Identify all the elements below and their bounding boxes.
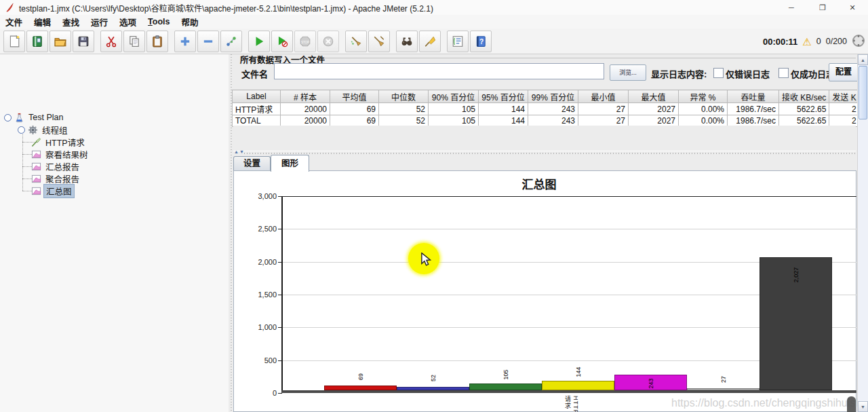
table-row[interactable]: HTTP请求2000069521051442432720270.00%1986.… <box>233 103 860 115</box>
column-header-吞吐量[interactable]: 吞吐量 <box>728 90 779 103</box>
summary-table-grid: Label# 样本平均值中位数90% 百分位95% 百分位99% 百分位最小值最… <box>232 90 860 127</box>
tree-expand-handle[interactable] <box>4 114 12 121</box>
start-no-timers-button[interactable] <box>271 31 293 52</box>
tree-item-聚合报告[interactable]: 聚合报告 <box>31 172 81 185</box>
column-header-发送 K[interactable]: 发送 K <box>829 90 859 103</box>
success-only-checkbox[interactable] <box>778 68 789 78</box>
watermark-logo <box>847 396 856 412</box>
tree-item-线程组[interactable]: 线程组 <box>18 124 70 136</box>
new-file-icon <box>8 35 20 48</box>
y-tick-label: 1,500 <box>244 291 277 299</box>
cut-button[interactable] <box>100 31 122 52</box>
vertical-scrollbar[interactable]: ▲ ▼ <box>857 54 868 412</box>
shutdown-button[interactable] <box>317 31 339 52</box>
column-header-平均值[interactable]: 平均值 <box>330 90 379 103</box>
menu-item-编辑[interactable]: 编辑 <box>34 16 51 29</box>
scrollbar-down-icon[interactable]: ▼ <box>858 401 868 412</box>
tree-item-label: 汇总图 <box>43 184 75 198</box>
close-icon[interactable]: ✕ <box>842 0 863 15</box>
menu-item-运行[interactable]: 运行 <box>91 16 108 29</box>
tree-item-HTTP请求[interactable]: HTTP请求 <box>31 136 87 148</box>
templates-button[interactable] <box>26 31 48 52</box>
minimize-icon[interactable]: ─ <box>781 0 802 15</box>
table-cell: 69 <box>330 103 379 115</box>
shutdown-icon <box>322 35 334 48</box>
stop-button[interactable]: STOP <box>294 31 316 52</box>
menu-item-Tools[interactable]: Tools <box>148 17 170 26</box>
toggle-icon <box>225 35 237 48</box>
tree-item-察看结果树[interactable]: 察看结果树 <box>31 148 90 160</box>
filename-input[interactable] <box>274 63 604 79</box>
table-cell: 27 <box>578 103 629 115</box>
menu-item-文件[interactable]: 文件 <box>5 16 22 29</box>
svg-text:?: ? <box>479 37 484 45</box>
search-button[interactable] <box>396 31 418 52</box>
table-cell: 52 <box>379 115 429 127</box>
open-file-button[interactable] <box>50 31 71 52</box>
column-header-最小值[interactable]: 最小值 <box>578 90 629 103</box>
horizontal-splitter[interactable]: ▲▼ <box>233 151 856 155</box>
tree-item-label: 察看结果树 <box>43 148 90 161</box>
save-button[interactable] <box>73 31 94 52</box>
bar-value-label: 144 <box>574 360 583 384</box>
function-helper-button[interactable] <box>447 31 469 52</box>
scrollbar-thumb[interactable] <box>859 66 867 119</box>
tree-item-汇总报告[interactable]: 汇总报告 <box>31 160 81 172</box>
search-reset-icon <box>424 35 436 48</box>
y-tick-label: 2,500 <box>244 225 277 233</box>
column-header-90% 百分位[interactable]: 90% 百分位 <box>429 90 479 103</box>
scrollbar-up-icon[interactable]: ▲ <box>858 54 868 65</box>
table-cell: 2027 <box>629 103 679 115</box>
table-row[interactable]: TOTAL2000069521051442432720270.00%1986.7… <box>233 115 860 127</box>
column-header-# 样本[interactable]: # 样本 <box>281 90 330 103</box>
copy-button[interactable] <box>123 31 145 52</box>
column-header-接收 KB/sec[interactable]: 接收 KB/sec <box>779 90 829 103</box>
search-reset-button[interactable] <box>419 31 441 52</box>
status-area: 00:00:11 ⚠ 0 0/200 <box>763 29 865 54</box>
menu-item-查找[interactable]: 查找 <box>62 16 79 29</box>
bar-value-label: 105 <box>502 362 510 387</box>
column-header-异常 %[interactable]: 异常 % <box>679 90 728 103</box>
menu-item-选项[interactable]: 选项 <box>119 16 136 29</box>
bar-value-label: 69 <box>357 364 365 389</box>
table-cell: 1986.7/sec <box>728 115 779 127</box>
clear-button[interactable] <box>345 31 367 52</box>
maximize-icon[interactable]: ❐ <box>812 0 833 15</box>
toolbar-separator <box>391 31 396 52</box>
bar-value-label: 27 <box>719 367 728 392</box>
column-header-95% 百分位[interactable]: 95% 百分位 <box>479 90 528 103</box>
tree-item-Test Plan[interactable]: Test Plan <box>4 111 65 124</box>
title-bar: testplan-1.jmx (C:\Users\lfy\Desktop\谷粒商… <box>0 0 868 15</box>
toggle-button[interactable] <box>220 31 242 52</box>
elapsed-timer: 00:00:11 <box>763 37 797 47</box>
clear-all-button[interactable] <box>368 31 390 52</box>
table-cell: HTTP请求 <box>233 103 281 115</box>
new-file-button[interactable] <box>3 31 25 52</box>
axis-top <box>281 196 856 197</box>
browse-button[interactable]: 浏览... <box>610 64 646 81</box>
warning-icon[interactable]: ⚠ <box>802 37 811 47</box>
paste-button[interactable] <box>146 31 168 52</box>
menu-item-帮助[interactable]: 帮助 <box>182 16 199 29</box>
add-button[interactable] <box>174 31 196 52</box>
tab-settings[interactable]: 设置 <box>233 156 271 171</box>
splitter-arrows-icon[interactable]: ▲▼ <box>234 149 245 154</box>
column-header-Label[interactable]: Label <box>233 90 281 103</box>
test-plan-icon <box>14 113 24 123</box>
summary-table: Label# 样本平均值中位数90% 百分位95% 百分位99% 百分位最小值最… <box>232 90 860 127</box>
column-header-中位数[interactable]: 中位数 <box>379 90 429 103</box>
start-button[interactable] <box>248 31 270 52</box>
column-header-最大值[interactable]: 最大值 <box>629 90 679 103</box>
tab-graph[interactable]: 图形 <box>271 155 309 172</box>
configure-button[interactable]: 配置 <box>829 63 859 81</box>
tree-item-label: Test Plan <box>26 113 65 122</box>
column-header-99% 百分位[interactable]: 99% 百分位 <box>528 90 578 103</box>
help-button[interactable]: ? <box>470 31 492 52</box>
errors-only-checkbox[interactable] <box>713 68 724 78</box>
table-cell: 105 <box>429 103 479 115</box>
menu-bar: 文件编辑查找运行选项Tools帮助 <box>0 15 868 29</box>
remove-button[interactable] <box>197 31 219 52</box>
tree-item-汇总图[interactable]: 汇总图 <box>31 185 75 197</box>
tree-expand-handle[interactable] <box>18 126 25 134</box>
table-cell: 0.00% <box>679 115 728 127</box>
